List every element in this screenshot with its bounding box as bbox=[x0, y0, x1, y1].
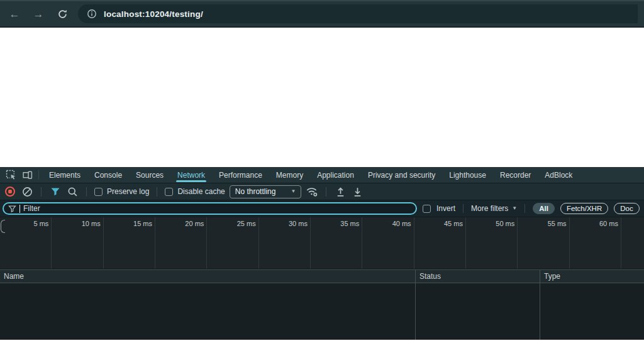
timeline-tick: 60 ms bbox=[570, 217, 621, 269]
funnel-icon bbox=[50, 187, 60, 197]
tab-application[interactable]: Application bbox=[310, 167, 361, 183]
inspect-cursor-icon bbox=[6, 170, 16, 180]
tab-sources[interactable]: Sources bbox=[129, 167, 170, 183]
filter-toggle-button[interactable] bbox=[49, 185, 62, 198]
wifi-gear-icon bbox=[306, 186, 318, 197]
reload-button[interactable] bbox=[54, 6, 70, 22]
clear-icon bbox=[22, 187, 33, 197]
more-filters-label: More filters bbox=[471, 204, 508, 213]
body-column-status bbox=[415, 283, 540, 340]
timeline-tick-label: 5 ms bbox=[33, 220, 48, 227]
tab-recorder[interactable]: Recorder bbox=[493, 167, 538, 183]
request-table-header: Name Status Type bbox=[0, 269, 644, 283]
preserve-log-label: Preserve log bbox=[107, 187, 149, 196]
download-icon bbox=[352, 187, 363, 197]
tab-memory[interactable]: Memory bbox=[269, 167, 310, 183]
invert-checkbox[interactable] bbox=[423, 205, 431, 213]
funnel-icon bbox=[8, 205, 16, 213]
network-filter-bar: Invert More filters ▼ All Fetch/XHR Doc … bbox=[0, 200, 644, 217]
record-icon bbox=[4, 186, 16, 197]
tab-lighthouse[interactable]: Lighthouse bbox=[442, 167, 493, 183]
tab-privacy-and-security[interactable]: Privacy and security bbox=[361, 167, 442, 183]
timeline-tick: 10 ms bbox=[52, 217, 103, 269]
timeline-tick-label: 30 ms bbox=[289, 220, 308, 227]
network-overview-timeline[interactable]: 5 ms 10 ms 15 ms 20 ms 25 ms 30 ms 35 ms… bbox=[0, 217, 644, 269]
upload-button[interactable] bbox=[334, 185, 347, 198]
column-header-status[interactable]: Status bbox=[415, 270, 540, 283]
browser-toolbar: ← → localhost:10204/testing/ bbox=[0, 0, 644, 28]
timeline-tick-label: 55 ms bbox=[548, 220, 567, 227]
devtools-panel: Elements Console Sources Network Perform… bbox=[0, 167, 644, 340]
invert-label: Invert bbox=[436, 204, 455, 213]
request-table-body bbox=[0, 283, 644, 340]
timeline-selection-handle[interactable] bbox=[1, 220, 5, 233]
back-button[interactable]: ← bbox=[6, 6, 23, 22]
text-cursor bbox=[19, 205, 20, 213]
search-icon bbox=[67, 187, 78, 197]
column-header-type[interactable]: Type bbox=[540, 270, 644, 283]
timeline-tick: 20 ms bbox=[155, 217, 207, 269]
more-filters-button[interactable]: More filters ▼ bbox=[471, 204, 517, 213]
throttling-select[interactable]: No throttling ▼ bbox=[230, 185, 302, 198]
timeline-tick: 25 ms bbox=[207, 217, 258, 269]
device-toolbar-icon bbox=[22, 170, 33, 180]
download-button[interactable] bbox=[351, 185, 364, 198]
record-network-log-button[interactable] bbox=[4, 185, 16, 198]
timeline-tick: 45 ms bbox=[414, 217, 466, 269]
toolbar-separator bbox=[326, 187, 326, 197]
site-info-icon[interactable] bbox=[87, 9, 97, 19]
inspect-element-button[interactable] bbox=[3, 168, 19, 182]
body-column-type bbox=[540, 283, 644, 340]
timeline-tick-label: 45 ms bbox=[444, 220, 463, 227]
forward-button[interactable]: → bbox=[30, 6, 47, 22]
url-bar[interactable]: localhost:10204/testing/ bbox=[78, 4, 638, 23]
search-button[interactable] bbox=[66, 185, 79, 198]
timeline-tick-label: 20 ms bbox=[185, 220, 204, 227]
timeline-tick-label: 60 ms bbox=[599, 220, 618, 227]
column-header-name[interactable]: Name bbox=[0, 270, 415, 283]
timeline-tick: 40 ms bbox=[362, 217, 414, 269]
timeline-tick-label: 25 ms bbox=[237, 220, 256, 227]
filter-field[interactable] bbox=[3, 202, 417, 215]
timeline-tick-label: 10 ms bbox=[82, 220, 101, 227]
toolbar-separator bbox=[157, 187, 157, 197]
url-text: localhost:10204/testing/ bbox=[104, 9, 203, 19]
type-pill-all[interactable]: All bbox=[533, 203, 555, 214]
body-column-name bbox=[0, 283, 415, 340]
devtools-tab-bar: Elements Console Sources Network Perform… bbox=[0, 167, 644, 183]
filter-input[interactable] bbox=[23, 204, 411, 213]
tab-performance[interactable]: Performance bbox=[212, 167, 269, 183]
toolbar-separator bbox=[86, 187, 87, 197]
throttling-value: No throttling bbox=[235, 187, 276, 196]
timeline-tick: 30 ms bbox=[259, 217, 311, 269]
tab-elements[interactable]: Elements bbox=[42, 167, 87, 183]
preserve-log-checkbox[interactable] bbox=[94, 188, 103, 196]
tab-adblock[interactable]: AdBlock bbox=[538, 167, 579, 183]
chevron-down-icon: ▼ bbox=[512, 206, 517, 211]
timeline-tick: 35 ms bbox=[311, 217, 362, 269]
toolbar-separator bbox=[38, 170, 39, 180]
type-pill-fetch-xhr[interactable]: Fetch/XHR bbox=[560, 203, 608, 214]
disable-cache-checkbox[interactable] bbox=[165, 188, 173, 196]
toggle-device-toolbar-button[interactable] bbox=[19, 168, 35, 182]
type-pill-doc[interactable]: Doc bbox=[614, 203, 639, 214]
upload-icon bbox=[335, 187, 346, 197]
toolbar-separator bbox=[41, 187, 42, 197]
disable-cache-label: Disable cache bbox=[177, 187, 225, 196]
tab-console[interactable]: Console bbox=[87, 167, 129, 183]
toolbar-separator bbox=[463, 204, 464, 213]
timeline-tick: 5 ms bbox=[0, 217, 52, 269]
page-content bbox=[0, 28, 644, 167]
network-conditions-button[interactable] bbox=[306, 185, 318, 198]
timeline-tick-label: 35 ms bbox=[340, 220, 359, 227]
timeline-tick: 50 ms bbox=[466, 217, 518, 269]
timeline-tick-label: 40 ms bbox=[392, 220, 411, 227]
tab-network[interactable]: Network bbox=[170, 167, 212, 183]
network-toolbar: Preserve log Disable cache No throttling… bbox=[0, 183, 644, 200]
clear-network-log-button[interactable] bbox=[21, 185, 33, 198]
chevron-down-icon: ▼ bbox=[291, 189, 296, 194]
toolbar-separator bbox=[525, 204, 525, 213]
timeline-tick: 55 ms bbox=[518, 217, 569, 269]
reload-icon bbox=[57, 9, 68, 19]
timeline-tick: 15 ms bbox=[104, 217, 155, 269]
